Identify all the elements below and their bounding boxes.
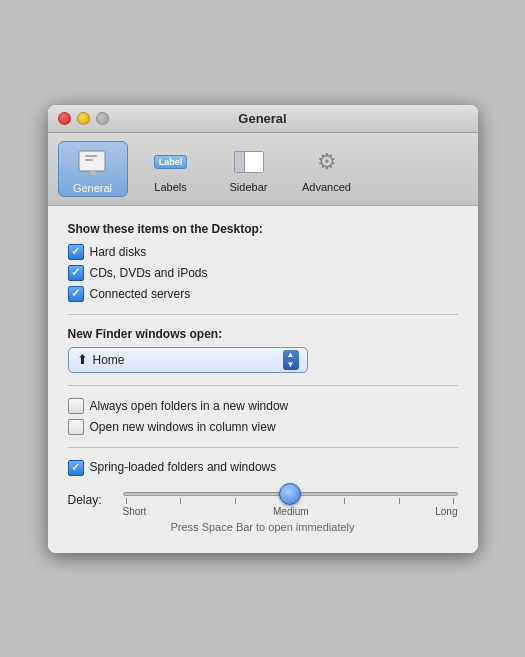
tab-general[interactable]: General (58, 141, 128, 197)
maximize-button[interactable] (96, 112, 109, 125)
content-area: Show these items on the Desktop: Hard di… (48, 206, 478, 553)
tab-labels[interactable]: Label Labels (136, 141, 206, 197)
tick-5 (344, 498, 345, 504)
connected-servers-label: Connected servers (90, 287, 191, 301)
tab-general-label: General (73, 182, 112, 194)
dropdown-left: ⬆ Home (77, 352, 125, 367)
cds-dvds-label: CDs, DVDs and iPods (90, 266, 208, 280)
traffic-lights (58, 112, 109, 125)
finder-window-dropdown[interactable]: ⬆ Home ▲ ▼ (68, 347, 308, 373)
slider-labels: Short Medium Long (123, 506, 458, 517)
toolbar: General Label Labels Sidebar ⚙ Advan (48, 133, 478, 206)
slider-label-short: Short (123, 506, 147, 517)
minimize-button[interactable] (77, 112, 90, 125)
hard-disks-label: Hard disks (90, 245, 147, 259)
slider-wrapper: Short Medium Long (123, 484, 458, 517)
window-title: General (238, 111, 286, 126)
spring-loaded-label: Spring-loaded folders and windows (90, 460, 277, 474)
tab-general-icon (76, 146, 110, 180)
delay-slider[interactable] (123, 484, 458, 504)
tab-sidebar-icon (232, 145, 266, 179)
tab-advanced-label: Advanced (302, 181, 351, 193)
close-button[interactable] (58, 112, 71, 125)
delay-row: Delay: (68, 484, 458, 517)
svg-rect-3 (85, 159, 93, 161)
spring-loaded-checkbox[interactable] (68, 460, 84, 476)
tick-7 (453, 498, 454, 504)
tick-3 (235, 498, 236, 504)
desktop-heading: Show these items on the Desktop: (68, 222, 458, 236)
spacebar-hint: Press Space Bar to open immediately (68, 521, 458, 533)
main-window: General General Label Labels (48, 105, 478, 553)
slider-label-long: Long (435, 506, 457, 517)
divider-2 (68, 385, 458, 386)
always-open-item: Always open folders in a new window (68, 398, 458, 414)
tab-sidebar[interactable]: Sidebar (214, 141, 284, 197)
spring-loaded-row: Spring-loaded folders and windows (68, 460, 458, 476)
connected-servers-checkbox[interactable] (68, 286, 84, 302)
always-open-checkbox[interactable] (68, 398, 84, 414)
tab-sidebar-label: Sidebar (230, 181, 268, 193)
svg-rect-2 (85, 155, 97, 157)
divider-3 (68, 447, 458, 448)
column-view-label: Open new windows in column view (90, 420, 276, 434)
connected-servers-item: Connected servers (68, 286, 458, 302)
cds-dvds-item: CDs, DVDs and iPods (68, 265, 458, 281)
spring-section: Spring-loaded folders and windows Delay: (68, 460, 458, 533)
tick-2 (180, 498, 181, 504)
tab-advanced-icon: ⚙ (310, 145, 344, 179)
slider-thumb[interactable] (279, 483, 301, 505)
column-view-checkbox[interactable] (68, 419, 84, 435)
svg-rect-1 (90, 171, 96, 175)
always-open-label: Always open folders in a new window (90, 399, 289, 413)
tab-labels-label: Labels (154, 181, 186, 193)
tab-labels-icon: Label (154, 145, 188, 179)
column-view-item: Open new windows in column view (68, 419, 458, 435)
desktop-section: Show these items on the Desktop: Hard di… (68, 222, 458, 302)
options-section: Always open folders in a new window Open… (68, 398, 458, 435)
tick-1 (126, 498, 127, 504)
finder-section: New Finder windows open: ⬆ Home ▲ ▼ (68, 327, 458, 373)
tab-advanced[interactable]: ⚙ Advanced (292, 141, 362, 197)
slider-label-medium: Medium (273, 506, 309, 517)
dropdown-arrows-icon: ▲ ▼ (283, 350, 299, 370)
title-bar: General (48, 105, 478, 133)
home-icon: ⬆ (77, 352, 88, 367)
tick-6 (399, 498, 400, 504)
hard-disks-item: Hard disks (68, 244, 458, 260)
delay-label: Delay: (68, 493, 113, 507)
hard-disks-checkbox[interactable] (68, 244, 84, 260)
cds-dvds-checkbox[interactable] (68, 265, 84, 281)
finder-heading: New Finder windows open: (68, 327, 458, 341)
dropdown-value: Home (93, 353, 125, 367)
gear-icon: ⚙ (317, 149, 337, 175)
divider-1 (68, 314, 458, 315)
